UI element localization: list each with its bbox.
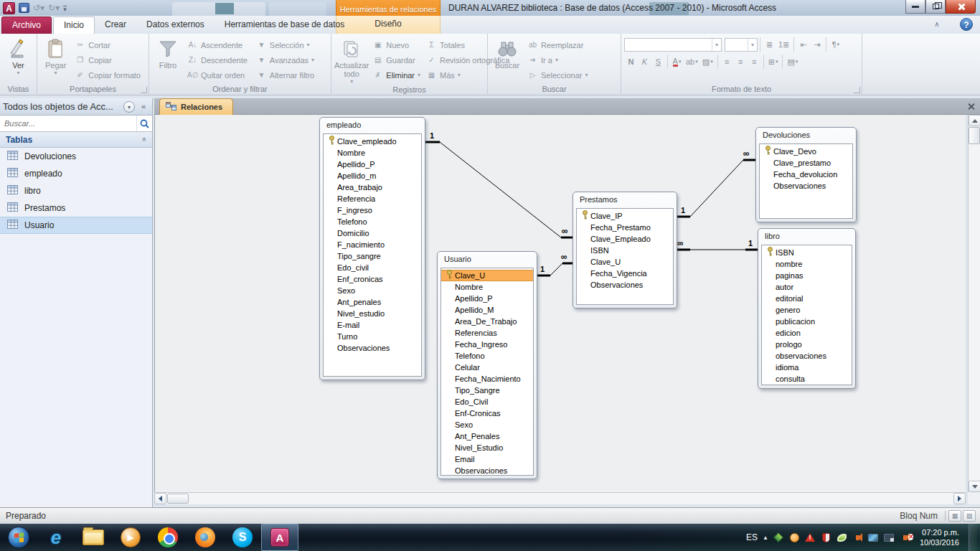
language-indicator[interactable]: ES bbox=[746, 532, 758, 542]
filtro-button[interactable]: Filtro bbox=[152, 36, 184, 70]
table-field[interactable]: Clave_U bbox=[441, 270, 533, 281]
table-field[interactable]: Telefono bbox=[324, 216, 421, 227]
scroll-left-icon[interactable] bbox=[154, 493, 166, 504]
table-field[interactable]: Clave_Devo bbox=[760, 146, 852, 157]
ribbon-item[interactable]: ▼ Alternar filtro bbox=[254, 67, 319, 83]
table-field[interactable]: Clave_U bbox=[577, 256, 673, 268]
table-field[interactable]: paginas bbox=[762, 270, 852, 281]
network-icon[interactable] bbox=[884, 532, 895, 543]
text-direction-button[interactable]: ¶▾ bbox=[829, 38, 842, 52]
table-field[interactable]: Fecha_devolucion bbox=[760, 169, 852, 180]
horizontal-scroll-thumb[interactable] bbox=[167, 494, 189, 504]
ribbon-item[interactable]: A↓ Ascendente bbox=[185, 37, 253, 52]
sidebar-table-item[interactable]: Prestamos bbox=[0, 199, 152, 217]
redo-icon[interactable]: ↻▾ bbox=[48, 1, 60, 14]
close-document-icon[interactable] bbox=[966, 100, 977, 112]
table-field[interactable]: Fecha_Vigencia bbox=[577, 268, 673, 279]
view-shortcut-icon[interactable]: ▦ bbox=[948, 510, 961, 522]
muted-audio-icon[interactable] bbox=[900, 532, 910, 543]
table-field[interactable]: Area_De_Trabajo bbox=[441, 316, 533, 327]
tab-datos-externos[interactable]: Datos externos bbox=[136, 17, 215, 34]
help-button[interactable]: ? bbox=[960, 18, 973, 31]
table-field[interactable]: prologo bbox=[762, 339, 852, 350]
ribbon-item[interactable]: ✗ Eliminar ▾ bbox=[370, 67, 423, 83]
table-field[interactable]: Sexo bbox=[324, 285, 421, 296]
collapse-section-icon[interactable]: » bbox=[141, 138, 149, 142]
horizontal-scrollbar[interactable] bbox=[154, 492, 966, 504]
vertical-scroll-thumb[interactable] bbox=[969, 127, 980, 144]
antivirus-shield-icon[interactable] bbox=[821, 532, 831, 543]
nav-menu-dropdown-icon[interactable]: ▾ bbox=[123, 101, 135, 113]
dialog-launcher-icon[interactable] bbox=[141, 87, 147, 93]
er-table-title[interactable]: Devoluciones bbox=[756, 128, 856, 142]
save-icon[interactable] bbox=[19, 3, 29, 13]
table-field[interactable]: Apellido_m bbox=[324, 170, 421, 182]
tab-crear[interactable]: Crear bbox=[95, 17, 136, 34]
table-field[interactable]: Edo_Civil bbox=[441, 396, 533, 408]
table-field[interactable]: Tipo_sangre bbox=[324, 250, 421, 262]
scroll-down-icon[interactable] bbox=[969, 481, 980, 492]
table-field[interactable]: Apellido_P bbox=[441, 293, 533, 304]
table-field[interactable]: Clave_empleado bbox=[324, 136, 421, 147]
er-table-title[interactable]: libro bbox=[758, 229, 855, 243]
table-field[interactable]: idioma bbox=[762, 362, 852, 373]
table-field[interactable]: Nombre bbox=[324, 147, 421, 159]
touchpad-icon[interactable] bbox=[837, 532, 847, 543]
table-field[interactable]: Apellido_P bbox=[324, 159, 421, 170]
tab-archivo[interactable]: Archivo bbox=[1, 17, 52, 34]
search-input[interactable] bbox=[0, 116, 136, 131]
table-field[interactable]: Observaciones bbox=[324, 342, 421, 354]
sidebar-table-item[interactable]: Devoluciones bbox=[0, 148, 152, 165]
table-field[interactable]: autor bbox=[762, 281, 852, 293]
table-field[interactable]: Area_trabajo bbox=[324, 182, 421, 193]
show-desktop-button[interactable] bbox=[969, 524, 977, 551]
messenger-icon[interactable] bbox=[789, 532, 800, 543]
scroll-right-icon[interactable] bbox=[953, 493, 966, 504]
view-shortcut-icon[interactable]: ▧ bbox=[963, 510, 976, 522]
taskbar-media-player[interactable]: ▶ bbox=[112, 524, 149, 551]
display-icon[interactable] bbox=[868, 532, 879, 543]
er-table-usuario[interactable]: Usuario Clave_U Nombre Apellido_P bbox=[437, 251, 537, 479]
taskbar-chrome[interactable] bbox=[149, 524, 187, 551]
er-table-title[interactable]: Usuario bbox=[438, 252, 537, 266]
ribbon-item[interactable]: ▷ Seleccionar ▾ bbox=[525, 67, 590, 83]
table-field[interactable]: Edo_civil bbox=[324, 262, 421, 273]
access-app-icon[interactable]: A bbox=[3, 2, 15, 14]
table-field[interactable]: ISBN bbox=[577, 245, 673, 256]
italic-button[interactable]: K bbox=[638, 55, 651, 69]
table-field[interactable]: Sexo bbox=[441, 419, 533, 430]
ribbon-item[interactable]: ❐ Copiar bbox=[72, 52, 146, 67]
table-field[interactable]: edicion bbox=[762, 327, 852, 339]
table-field[interactable]: Enf_cronicas bbox=[324, 273, 421, 285]
ribbon-item[interactable]: ▤ Guardar bbox=[370, 52, 423, 67]
table-field[interactable]: consulta bbox=[762, 373, 852, 385]
table-field[interactable]: Observaciones bbox=[760, 180, 852, 192]
table-field[interactable]: Referencias bbox=[441, 327, 533, 339]
sidebar-table-item[interactable]: libro bbox=[0, 182, 152, 199]
start-button[interactable] bbox=[0, 524, 37, 551]
align-left-button[interactable]: ≡ bbox=[720, 55, 734, 69]
table-field[interactable]: Telefono bbox=[441, 350, 533, 362]
table-field[interactable]: Observaciones bbox=[441, 465, 533, 476]
undo-icon[interactable]: ↺▾ bbox=[33, 1, 44, 14]
restore-button[interactable] bbox=[925, 0, 946, 14]
dialog-launcher-icon[interactable] bbox=[854, 87, 860, 93]
ribbon-item[interactable]: ▼ Selección ▾ bbox=[254, 37, 319, 52]
navigation-pane-header[interactable]: Todos los objetos de Acc... ▾ « bbox=[0, 98, 152, 116]
table-field[interactable]: F_ingreso bbox=[324, 204, 421, 216]
table-field[interactable]: Referencia bbox=[324, 193, 421, 204]
clock[interactable]: 07:20 p.m. 10/03/2016 bbox=[915, 527, 963, 547]
ribbon-item[interactable]: ➔ Ir a ▾ bbox=[525, 52, 590, 67]
shutter-bar-close-icon[interactable]: « bbox=[138, 101, 149, 113]
relationships-canvas[interactable]: 1 ∞ 1 ∞ 1 ∞ bbox=[154, 115, 966, 492]
table-field[interactable]: Nivel_estudio bbox=[324, 308, 421, 319]
ribbon-item[interactable]: ✂ Cortar bbox=[72, 37, 146, 52]
highlight-color-button[interactable]: ab▾ bbox=[684, 55, 700, 69]
taskbar-internet-explorer[interactable]: e bbox=[37, 524, 75, 551]
buscar-button[interactable]: Buscar bbox=[491, 36, 524, 70]
vertical-scrollbar[interactable] bbox=[968, 115, 980, 492]
minimize-button[interactable] bbox=[905, 0, 925, 14]
tab-inicio[interactable]: Inicio bbox=[53, 17, 95, 34]
font-family-select[interactable]: ▾ bbox=[624, 38, 722, 52]
er-table-empleado[interactable]: empleado Clave_empleado Nombre Apell bbox=[319, 117, 425, 380]
